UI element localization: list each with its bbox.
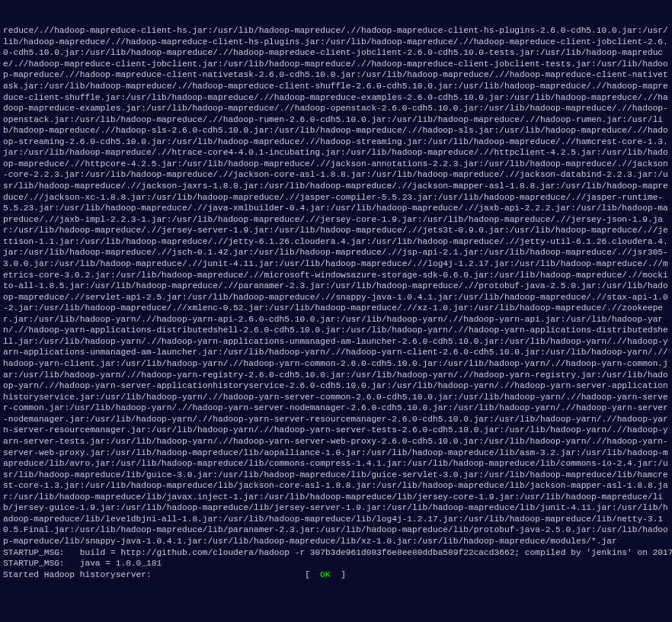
status-bracket-right: ] <box>331 570 346 579</box>
status-bracket-left: [ <box>305 570 320 579</box>
started-label: Started Hadoop historyserver: <box>3 570 152 579</box>
started-historyserver-line: Started Hadoop historyserver: [ OK ] <box>3 569 669 581</box>
classpath-dump: reduce/.//hadoop-mapreduce-client-hs.jar… <box>3 25 669 547</box>
startup-java-line: STARTUP_MSG: java = 1.8.0_181 <box>3 558 669 569</box>
startup-build-line: STARTUP_MSG: build = http://github.com/c… <box>3 547 669 559</box>
status-ok-text: OK <box>320 570 330 579</box>
